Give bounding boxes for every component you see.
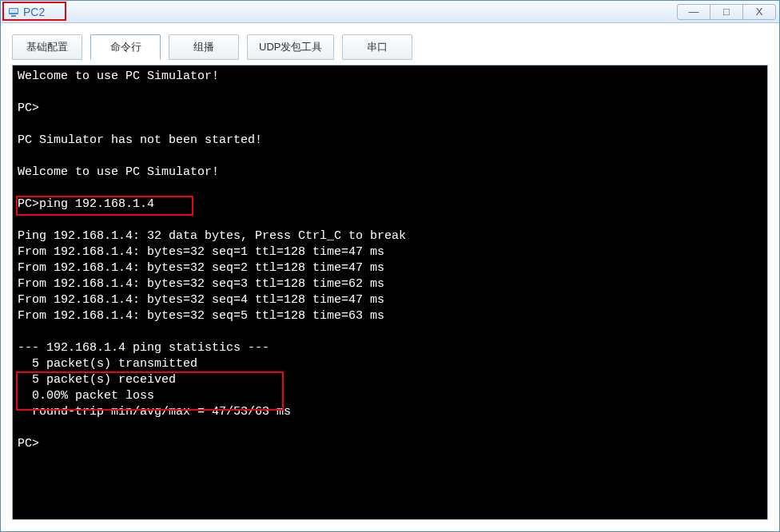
tab-multicast[interactable]: 组播 bbox=[169, 34, 239, 60]
close-button[interactable]: X bbox=[742, 4, 776, 20]
titlebar: PC2 — □ X bbox=[1, 1, 779, 23]
terminal-container: Welcome to use PC Simulator! PC> PC Simu… bbox=[12, 65, 768, 520]
svg-rect-1 bbox=[10, 9, 18, 13]
tab-udp-tool[interactable]: UDP发包工具 bbox=[247, 34, 334, 60]
tab-basic-config[interactable]: 基础配置 bbox=[12, 34, 82, 60]
terminal-output[interactable]: Welcome to use PC Simulator! PC> PC Simu… bbox=[13, 66, 767, 455]
minimize-button[interactable]: — bbox=[677, 4, 710, 20]
title-left: PC2 bbox=[4, 6, 45, 18]
app-window: PC2 — □ X 基础配置 命令行 组播 UDP发包工具 串口 Welcome… bbox=[0, 0, 780, 532]
window-controls: — □ X bbox=[678, 4, 776, 20]
window-title: PC2 bbox=[23, 6, 45, 18]
tab-serial[interactable]: 串口 bbox=[342, 34, 412, 60]
app-icon bbox=[7, 6, 20, 18]
tabs-row: 基础配置 命令行 组播 UDP发包工具 串口 bbox=[1, 23, 779, 60]
maximize-button[interactable]: □ bbox=[710, 4, 743, 20]
svg-rect-2 bbox=[11, 15, 16, 17]
tab-cli[interactable]: 命令行 bbox=[90, 34, 161, 60]
